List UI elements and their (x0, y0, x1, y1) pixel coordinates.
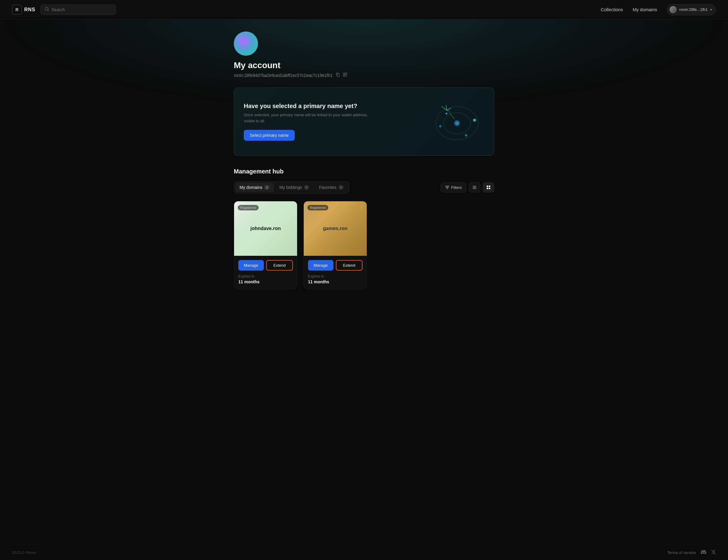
card-actions-games: Manage Extend (308, 260, 362, 271)
manage-button-games[interactable]: Manage (308, 260, 333, 271)
logo-letter: R (15, 7, 18, 12)
main-content: My account ronin:28fe94d7ba2e9ced1abff1e… (228, 19, 500, 313)
domain-card-johndave: johndave.ron Registered Manage Extend Ex… (234, 201, 297, 289)
svg-rect-21 (489, 186, 490, 187)
tab-favorites[interactable]: Favorites 0 (315, 183, 348, 192)
terms-of-service-link[interactable]: Terms of service (667, 550, 696, 555)
logo: R RNS (12, 5, 35, 15)
svg-rect-22 (487, 188, 488, 189)
wallet-address: ronin:28fe...1fh1 (679, 7, 708, 12)
card-image-games: games.ron Registered ♛ (304, 201, 367, 256)
tab-favorites-label: Favorites (319, 185, 336, 190)
expires-label-johndave: Expires in (238, 274, 293, 279)
card-footer-johndave: Manage Extend Expires in 11 months (234, 256, 297, 289)
primary-name-banner: Have you selected a primary name yet? On… (234, 88, 494, 156)
banner-description: Once selected, your primary name will be… (244, 112, 371, 124)
card-name-games: games.ron (323, 226, 348, 231)
wallet-avatar (670, 6, 677, 13)
svg-rect-18 (473, 187, 476, 188)
tab-my-biddings-label: My biddings (280, 185, 302, 190)
card-image-johndave: johndave.ron Registered (234, 201, 297, 256)
profile-avatar (234, 31, 258, 56)
card-actions-johndave: Manage Extend (238, 260, 293, 271)
svg-point-16 (445, 113, 447, 114)
domain-card-games: games.ron Registered ♛ Manage Extend Exp… (303, 201, 367, 289)
grid-view-button[interactable] (483, 182, 494, 193)
chevron-down-icon: ▾ (710, 8, 712, 12)
tab-my-biddings-count: 0 (304, 185, 309, 190)
svg-rect-17 (473, 186, 476, 187)
tab-my-domains[interactable]: My domains 2 (235, 183, 274, 192)
svg-rect-8 (346, 76, 347, 77)
cards-grid: johndave.ron Registered Manage Extend Ex… (234, 201, 494, 289)
filters-button[interactable]: Filters (441, 183, 466, 193)
svg-rect-1 (337, 74, 339, 77)
svg-rect-3 (346, 73, 347, 75)
expires-value-games: 11 months (308, 280, 362, 284)
profile-title: My account (234, 61, 494, 70)
grid-view-icon (486, 185, 491, 190)
header-left: R RNS (12, 4, 116, 15)
manage-button-johndave[interactable]: Manage (238, 260, 264, 271)
hub-controls: My domains 2 My biddings 0 Favorites 0 (234, 181, 494, 194)
filter-icon (445, 185, 449, 190)
card-footer-games: Manage Extend Expires in 11 months (304, 256, 367, 289)
header-right: Collections My domains ronin:28fe...1fh1… (601, 4, 716, 15)
nav-collections[interactable]: Collections (601, 7, 623, 12)
header: R RNS Collections My domains ronin:28fe.… (0, 0, 728, 19)
profile-section: My account ronin:28fe94d7ba2e9ced1abff1e… (234, 31, 494, 78)
profile-address-row: ronin:28fe94d7ba2e9ced1abff1ec57c1eac7c1… (234, 73, 494, 78)
banner-content: Have you selected a primary name yet? On… (244, 103, 424, 141)
nav-my-domains[interactable]: My domains (633, 7, 657, 12)
wallet-button[interactable]: ronin:28fe...1fh1 ▾ (667, 4, 716, 15)
svg-rect-7 (346, 76, 346, 77)
hub-title: Management hub (234, 168, 494, 175)
svg-point-12 (455, 121, 459, 125)
tab-favorites-count: 0 (338, 185, 344, 190)
card-crown-badge-games: ♛ (359, 204, 364, 210)
logo-box: R (12, 5, 22, 15)
list-view-icon (472, 185, 477, 190)
svg-rect-4 (343, 75, 345, 77)
card-registered-badge-johndave: Registered (238, 205, 259, 211)
extend-button-games[interactable]: Extend (336, 260, 362, 271)
svg-rect-20 (487, 186, 488, 187)
filter-controls: Filters (441, 182, 494, 193)
discord-icon[interactable] (701, 550, 706, 555)
banner-graphic (424, 98, 484, 146)
svg-point-15 (465, 134, 467, 137)
twitter-x-icon[interactable] (711, 550, 716, 556)
search-input[interactable] (51, 7, 111, 12)
qr-icon[interactable] (343, 73, 347, 78)
svg-rect-5 (346, 75, 346, 76)
tab-my-domains-label: My domains (240, 185, 262, 190)
filters-label: Filters (451, 185, 462, 190)
extend-button-johndave[interactable]: Extend (266, 260, 293, 271)
tab-my-biddings[interactable]: My biddings 0 (275, 183, 314, 192)
select-primary-name-button[interactable]: Select primary name (244, 130, 295, 141)
card-registered-badge-games: Registered (307, 205, 328, 211)
logo-text: RNS (24, 7, 35, 12)
expires-value-johndave: 11 months (238, 280, 293, 284)
svg-rect-2 (343, 73, 345, 75)
svg-point-13 (473, 119, 476, 122)
banner-title: Have you selected a primary name yet? (244, 103, 424, 110)
tab-my-domains-count: 2 (264, 185, 270, 190)
search-icon (45, 7, 49, 12)
management-hub-section: Management hub My domains 2 My biddings … (234, 168, 494, 289)
copy-icon[interactable] (336, 73, 340, 78)
search-bar[interactable] (40, 4, 116, 15)
svg-rect-19 (473, 188, 476, 189)
profile-address: ronin:28fe94d7ba2e9ced1abff1ec57c1eac7c1… (234, 73, 333, 78)
card-name-johndave: johndave.ron (250, 226, 281, 231)
footer-right: Terms of service (667, 550, 716, 556)
svg-rect-6 (346, 75, 347, 76)
footer: 2023 © Ronin Terms of service (0, 545, 728, 560)
svg-point-14 (439, 125, 442, 128)
footer-copyright: 2023 © Ronin (12, 550, 36, 555)
expires-label-games: Expires in (308, 274, 362, 279)
list-view-button[interactable] (469, 182, 480, 193)
tabs-bar: My domains 2 My biddings 0 Favorites 0 (234, 181, 349, 194)
svg-rect-23 (489, 188, 490, 189)
